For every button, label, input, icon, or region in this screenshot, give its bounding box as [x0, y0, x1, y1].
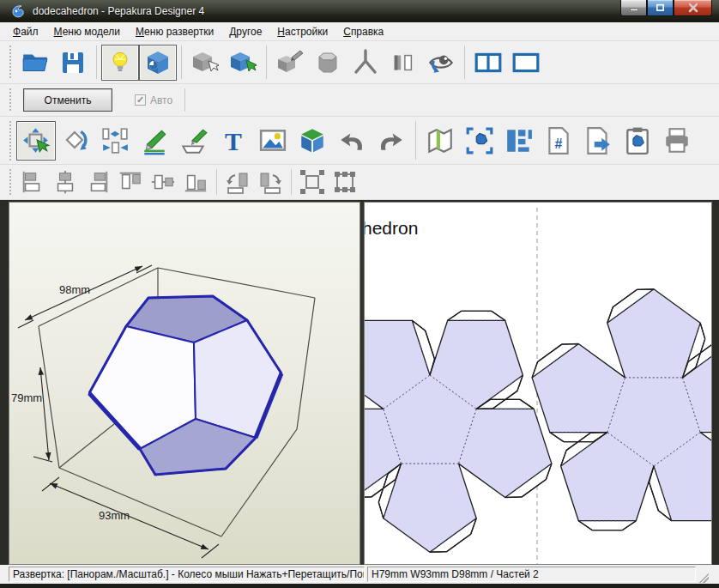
svg-text:T: T	[225, 126, 242, 155]
toolbar-grip[interactable]	[9, 120, 13, 161]
undo-2d-button[interactable]	[332, 121, 372, 161]
separator	[415, 121, 416, 160]
dodecahedron-model[interactable]	[89, 296, 281, 475]
one-pane-icon	[511, 48, 541, 77]
menu-settings[interactable]: Настройки	[269, 23, 335, 40]
dim-height-label: 79mm	[11, 391, 42, 404]
cube-pen-icon	[276, 49, 304, 76]
printer-icon	[662, 126, 692, 155]
auto-checkbox[interactable]: ✓	[135, 94, 146, 106]
image-icon	[258, 126, 287, 155]
dim-width-label: 93mm	[99, 509, 130, 522]
toolbar-grip[interactable]	[9, 168, 13, 196]
edit-edge-button[interactable]	[271, 45, 309, 81]
save-icon	[59, 49, 87, 76]
menu-model[interactable]: Меню модели	[46, 23, 128, 40]
auto-checkbox-wrap: ✓ Авто	[135, 94, 172, 106]
menu-other[interactable]: Другое	[221, 23, 269, 40]
status-model-size: H79mm W93mm D98mm / Частей 2	[367, 567, 696, 582]
statusbar: Развертка: [Панорам./Масштаб.] - Колесо …	[0, 565, 719, 584]
light-bulb-icon	[107, 50, 133, 76]
align-right-icon	[85, 169, 111, 195]
open-file-button[interactable]	[16, 45, 54, 81]
separator	[291, 169, 292, 195]
eye-rotate-icon	[426, 48, 456, 77]
copy-part-button[interactable]	[618, 121, 657, 161]
close-icon	[687, 3, 699, 13]
export-page-button[interactable]	[578, 121, 618, 161]
svg-text:#: #	[555, 136, 563, 150]
view-rotate-button[interactable]	[422, 45, 460, 81]
toggle-light-button[interactable]	[101, 45, 139, 81]
undo-button[interactable]: Отменить	[23, 88, 112, 112]
toolbar-grip[interactable]	[9, 88, 13, 112]
save-file-button[interactable]	[54, 45, 92, 81]
focus-part-button[interactable]	[460, 121, 499, 161]
align-right-button[interactable]	[82, 167, 114, 197]
pick-face-gray-button[interactable]	[186, 45, 224, 81]
align-top-button[interactable]	[114, 167, 147, 197]
rotate-cw-button[interactable]	[254, 167, 287, 197]
align-left-button[interactable]	[16, 167, 49, 197]
minimize-button[interactable]	[620, 0, 647, 16]
2d-viewport[interactable]: hedron	[364, 202, 712, 565]
text-icon: T	[219, 126, 248, 155]
toolbar-grip[interactable]	[9, 45, 13, 80]
resize-grip[interactable]	[698, 573, 709, 583]
mirror-bars-icon	[390, 50, 416, 76]
cube-3d-icon	[298, 126, 327, 155]
edge-id-button[interactable]: #	[539, 121, 578, 161]
menubar: Файл Меню модели Меню развертки Другое Н…	[0, 22, 719, 41]
edit-line-button[interactable]	[135, 121, 174, 161]
rotate-part-button[interactable]	[56, 121, 95, 161]
close-button[interactable]	[674, 0, 712, 16]
bounding-box-icon	[331, 168, 359, 196]
menu-file[interactable]: Файл	[5, 23, 46, 40]
menu-unfold[interactable]: Меню развертки	[128, 23, 221, 40]
toggle-texture-button[interactable]	[139, 45, 177, 81]
maximize-icon	[655, 3, 666, 12]
align-center-h-button[interactable]	[49, 167, 82, 197]
redo-2d-button[interactable]	[372, 121, 411, 161]
arrange-parts-button[interactable]	[499, 121, 539, 161]
number-doc-icon: #	[544, 126, 573, 155]
distribute-parts-button[interactable]	[95, 121, 135, 161]
print-button[interactable]	[657, 121, 697, 161]
rotate-ccw-button[interactable]	[221, 167, 254, 197]
focus-brackets-icon	[465, 126, 494, 155]
image-tool-button[interactable]	[253, 121, 293, 161]
titlebar[interactable]: dodecahedron - Pepakura Designer 4	[0, 0, 719, 22]
mirror-button[interactable]	[384, 45, 422, 81]
redo-arrow-icon	[377, 126, 406, 155]
align-center-h-icon	[52, 169, 78, 195]
toolbar-align	[0, 165, 719, 200]
pattern-part[interactable]	[532, 289, 711, 530]
3d-viewport[interactable]: 98mm 79mm 93mm	[9, 202, 360, 565]
text-tool-button[interactable]: T	[214, 121, 253, 161]
bounding-box-button[interactable]	[329, 167, 361, 197]
maximize-button[interactable]	[647, 0, 674, 16]
fold-preview-button[interactable]	[420, 121, 460, 161]
axis-button[interactable]	[347, 45, 384, 81]
align-bottom-icon	[183, 169, 208, 195]
group-parts-button[interactable]	[296, 167, 329, 197]
pick-face-blue-button[interactable]	[224, 45, 262, 81]
pattern-page-title: hedron	[365, 218, 418, 238]
cube-3d-button[interactable]	[293, 121, 332, 161]
split-view-button[interactable]	[469, 45, 507, 81]
group-selection-icon	[299, 168, 326, 196]
single-view-button[interactable]	[507, 45, 545, 81]
align-middle-v-button[interactable]	[147, 167, 179, 197]
hexagon-prism-icon	[314, 49, 341, 76]
dim-depth-label: 98mm	[59, 283, 90, 296]
select-part-button[interactable]	[16, 121, 56, 161]
solid-prism-button[interactable]	[309, 45, 347, 81]
pattern-part[interactable]	[365, 311, 552, 552]
status-hint: Развертка: [Панорам./Масштаб.] - Колесо …	[9, 567, 365, 582]
distribute-icon	[100, 126, 130, 155]
two-pane-icon	[474, 48, 503, 77]
align-bottom-button[interactable]	[179, 167, 212, 197]
edit-flap-button[interactable]	[174, 121, 214, 161]
menu-help[interactable]: Справка	[335, 23, 391, 40]
main-area: 98mm 79mm 93mm	[0, 200, 719, 565]
